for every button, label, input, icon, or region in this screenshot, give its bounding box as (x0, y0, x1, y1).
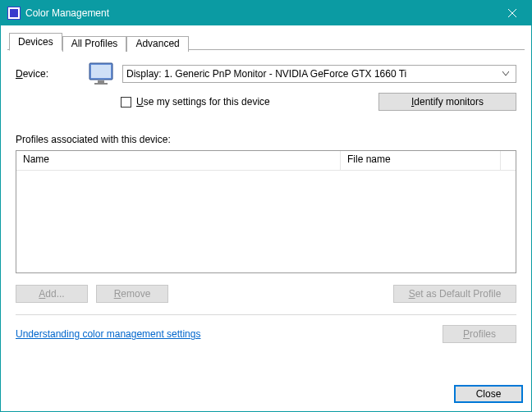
close-button[interactable]: Close (454, 385, 523, 403)
titlebar: Color Management (1, 1, 531, 25)
use-my-settings-checkbox[interactable] (121, 97, 131, 108)
bottom-row: Understanding color management settings … (16, 325, 516, 343)
column-header-spacer (501, 151, 516, 170)
monitor-icon (88, 62, 116, 86)
window-title: Color Management (25, 7, 493, 19)
device-selected-value: Display: 1. Generic PnP Monitor - NVIDIA… (126, 68, 498, 80)
tab-all-profiles[interactable]: All Profiles (62, 36, 127, 52)
tab-advanced[interactable]: Advanced (126, 36, 188, 52)
identify-monitors-button[interactable]: Identify monitors (378, 93, 516, 111)
column-header-filename[interactable]: File name (341, 151, 501, 170)
chevron-down-icon (498, 66, 512, 82)
add-button: Add... (16, 285, 88, 303)
tab-strip: Devices All Profiles Advanced (7, 32, 525, 50)
tab-devices[interactable]: Devices (9, 33, 62, 51)
svg-rect-4 (98, 80, 104, 83)
device-select[interactable]: Display: 1. Generic PnP Monitor - NVIDIA… (122, 65, 516, 83)
column-header-name[interactable]: Name (16, 151, 341, 170)
listview-header: Name File name (16, 151, 516, 171)
dialog-content: Devices All Profiles Advanced Device: Di… (1, 25, 531, 385)
profile-buttons-row: Add... Remove Set as Default Profile (16, 285, 516, 303)
profiles-associated-label: Profiles associated with this device: (16, 134, 516, 145)
set-default-profile-button: Set as Default Profile (393, 285, 516, 303)
devices-panel: Device: Display: 1. Generic PnP Monitor … (7, 50, 525, 378)
use-my-settings-label[interactable]: Use my settings for this device (136, 96, 270, 108)
profiles-listview[interactable]: Name File name (16, 150, 516, 273)
dialog-footer: Close (1, 385, 531, 411)
device-row: Device: Display: 1. Generic PnP Monitor … (16, 62, 516, 86)
settings-row: Use my settings for this device Identify… (16, 93, 516, 111)
profiles-button: Profiles (443, 325, 516, 343)
separator (16, 314, 516, 315)
close-window-button[interactable] (493, 1, 531, 25)
understanding-link[interactable]: Understanding color management settings (16, 328, 200, 340)
app-icon (7, 7, 21, 20)
svg-rect-5 (94, 83, 108, 85)
svg-rect-3 (91, 65, 111, 78)
close-icon (508, 9, 516, 17)
device-label: Device: (16, 68, 81, 80)
remove-button: Remove (96, 285, 168, 303)
